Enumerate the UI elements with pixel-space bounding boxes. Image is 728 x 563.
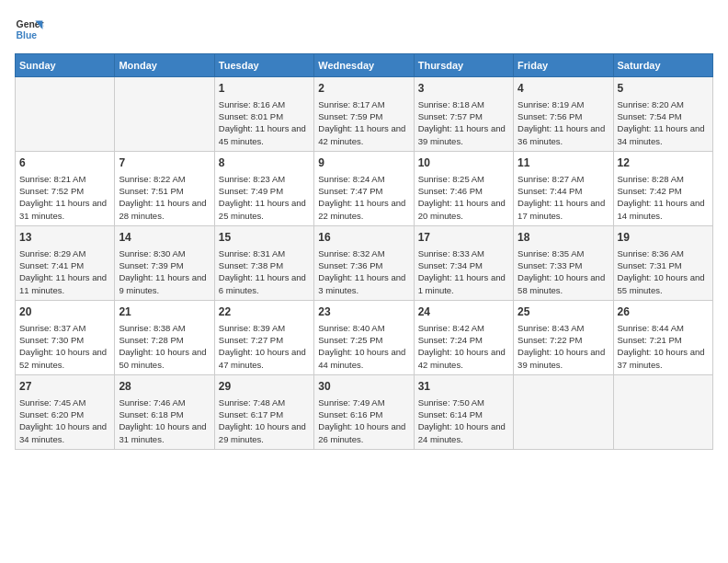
day-info: Daylight: 11 hours and 9 minutes. <box>119 271 210 296</box>
day-info: Sunrise: 7:45 AM <box>19 396 110 408</box>
day-info: Daylight: 11 hours and 14 minutes. <box>618 197 709 222</box>
day-info: Sunset: 7:21 PM <box>618 334 709 346</box>
header-day-tuesday: Tuesday <box>214 54 313 77</box>
day-info: Daylight: 11 hours and 31 minutes. <box>19 197 110 222</box>
calendar-cell: 30Sunrise: 7:49 AMSunset: 6:16 PMDayligh… <box>314 374 414 449</box>
day-info: Sunset: 7:41 PM <box>19 259 110 271</box>
day-info: Daylight: 11 hours and 17 minutes. <box>518 197 609 222</box>
day-info: Daylight: 11 hours and 34 minutes. <box>618 122 709 147</box>
day-info: Sunset: 6:14 PM <box>418 408 509 420</box>
day-info: Sunset: 6:18 PM <box>119 408 210 420</box>
week-row-1: 6Sunrise: 8:21 AMSunset: 7:52 PMDaylight… <box>16 151 713 225</box>
day-info: Sunrise: 8:16 AM <box>219 98 310 110</box>
day-info: Daylight: 11 hours and 6 minutes. <box>219 271 310 296</box>
calendar-cell: 16Sunrise: 8:32 AMSunset: 7:36 PMDayligh… <box>314 225 414 300</box>
day-info: Sunrise: 7:49 AM <box>318 396 409 408</box>
day-info: Sunset: 7:25 PM <box>318 334 409 346</box>
day-number: 13 <box>19 230 110 246</box>
day-number: 9 <box>318 155 409 171</box>
day-info: Sunrise: 8:20 AM <box>618 98 709 110</box>
calendar-cell: 5Sunrise: 8:20 AMSunset: 7:54 PMDaylight… <box>613 77 712 152</box>
header-day-wednesday: Wednesday <box>314 54 414 77</box>
day-info: Sunset: 6:20 PM <box>19 408 110 420</box>
calendar-cell <box>115 77 214 152</box>
day-info: Sunrise: 8:23 AM <box>219 173 310 185</box>
day-info: Sunset: 6:17 PM <box>219 408 310 420</box>
calendar-cell: 17Sunrise: 8:33 AMSunset: 7:34 PMDayligh… <box>414 225 513 300</box>
day-info: Sunrise: 8:35 AM <box>518 247 609 259</box>
day-info: Sunset: 7:44 PM <box>518 185 609 197</box>
day-info: Sunrise: 8:36 AM <box>618 247 709 259</box>
day-info: Daylight: 11 hours and 22 minutes. <box>318 197 409 222</box>
day-info: Daylight: 11 hours and 45 minutes. <box>219 122 310 147</box>
day-info: Daylight: 10 hours and 42 minutes. <box>418 346 509 371</box>
header-day-saturday: Saturday <box>613 54 712 77</box>
calendar-cell: 25Sunrise: 8:43 AMSunset: 7:22 PMDayligh… <box>514 300 613 374</box>
header-day-thursday: Thursday <box>414 54 513 77</box>
day-info: Sunrise: 8:21 AM <box>19 173 110 185</box>
day-number: 31 <box>418 379 509 395</box>
day-info: Daylight: 11 hours and 28 minutes. <box>119 197 210 222</box>
day-info: Daylight: 11 hours and 20 minutes. <box>418 197 509 222</box>
day-number: 7 <box>119 155 210 171</box>
day-info: Sunset: 6:16 PM <box>318 408 409 420</box>
calendar-cell: 26Sunrise: 8:44 AMSunset: 7:21 PMDayligh… <box>613 300 712 374</box>
day-info: Daylight: 10 hours and 26 minutes. <box>318 420 409 445</box>
calendar-cell: 19Sunrise: 8:36 AMSunset: 7:31 PMDayligh… <box>613 225 712 300</box>
day-info: Sunrise: 8:44 AM <box>618 322 709 334</box>
calendar-cell: 31Sunrise: 7:50 AMSunset: 6:14 PMDayligh… <box>414 374 513 449</box>
calendar-cell: 22Sunrise: 8:39 AMSunset: 7:27 PMDayligh… <box>214 300 313 374</box>
calendar-cell: 13Sunrise: 8:29 AMSunset: 7:41 PMDayligh… <box>16 225 115 300</box>
day-info: Sunset: 7:42 PM <box>618 185 709 197</box>
day-info: Daylight: 11 hours and 25 minutes. <box>219 197 310 222</box>
day-info: Daylight: 10 hours and 29 minutes. <box>219 420 310 445</box>
day-info: Daylight: 10 hours and 52 minutes. <box>19 346 110 371</box>
calendar-cell: 12Sunrise: 8:28 AMSunset: 7:42 PMDayligh… <box>613 151 712 225</box>
day-info: Sunrise: 8:22 AM <box>119 173 210 185</box>
day-number: 28 <box>119 379 210 395</box>
day-number: 18 <box>518 230 609 246</box>
day-number: 24 <box>418 304 509 320</box>
day-info: Daylight: 10 hours and 47 minutes. <box>219 346 310 371</box>
day-info: Sunrise: 8:30 AM <box>119 247 210 259</box>
calendar-cell: 14Sunrise: 8:30 AMSunset: 7:39 PMDayligh… <box>115 225 214 300</box>
day-info: Sunset: 7:30 PM <box>19 334 110 346</box>
day-info: Sunset: 7:22 PM <box>518 334 609 346</box>
day-info: Daylight: 10 hours and 55 minutes. <box>618 271 709 296</box>
calendar-cell: 28Sunrise: 7:46 AMSunset: 6:18 PMDayligh… <box>115 374 214 449</box>
day-info: Sunrise: 8:25 AM <box>418 173 509 185</box>
day-info: Sunset: 7:24 PM <box>418 334 509 346</box>
calendar-cell: 4Sunrise: 8:19 AMSunset: 7:56 PMDaylight… <box>514 77 613 152</box>
day-info: Sunrise: 8:33 AM <box>418 247 509 259</box>
calendar-cell: 2Sunrise: 8:17 AMSunset: 7:59 PMDaylight… <box>314 77 414 152</box>
day-info: Sunset: 7:47 PM <box>318 185 409 197</box>
day-number: 6 <box>19 155 110 171</box>
day-number: 29 <box>219 379 310 395</box>
day-number: 16 <box>318 230 409 246</box>
day-info: Sunrise: 7:48 AM <box>219 396 310 408</box>
day-info: Sunrise: 8:29 AM <box>19 247 110 259</box>
day-info: Sunrise: 8:32 AM <box>318 247 409 259</box>
page-header: General Blue <box>15 15 713 44</box>
day-info: Sunrise: 8:17 AM <box>318 98 409 110</box>
day-number: 27 <box>19 379 110 395</box>
day-info: Daylight: 10 hours and 24 minutes. <box>418 420 509 445</box>
day-info: Sunset: 7:33 PM <box>518 259 609 271</box>
calendar-cell <box>514 374 613 449</box>
day-info: Sunrise: 8:18 AM <box>418 98 509 110</box>
calendar-cell: 27Sunrise: 7:45 AMSunset: 6:20 PMDayligh… <box>16 374 115 449</box>
day-number: 3 <box>418 81 509 97</box>
day-info: Sunrise: 8:27 AM <box>518 173 609 185</box>
day-info: Daylight: 10 hours and 34 minutes. <box>19 420 110 445</box>
svg-text:Blue: Blue <box>17 30 38 40</box>
day-number: 4 <box>518 81 609 97</box>
day-number: 1 <box>219 81 310 97</box>
week-row-2: 13Sunrise: 8:29 AMSunset: 7:41 PMDayligh… <box>16 225 713 300</box>
calendar-cell: 20Sunrise: 8:37 AMSunset: 7:30 PMDayligh… <box>16 300 115 374</box>
day-number: 5 <box>618 81 709 97</box>
calendar-cell: 18Sunrise: 8:35 AMSunset: 7:33 PMDayligh… <box>514 225 613 300</box>
calendar-cell: 1Sunrise: 8:16 AMSunset: 8:01 PMDaylight… <box>214 77 313 152</box>
day-number: 30 <box>318 379 409 395</box>
day-info: Sunset: 7:57 PM <box>418 110 509 122</box>
calendar-cell: 10Sunrise: 8:25 AMSunset: 7:46 PMDayligh… <box>414 151 513 225</box>
